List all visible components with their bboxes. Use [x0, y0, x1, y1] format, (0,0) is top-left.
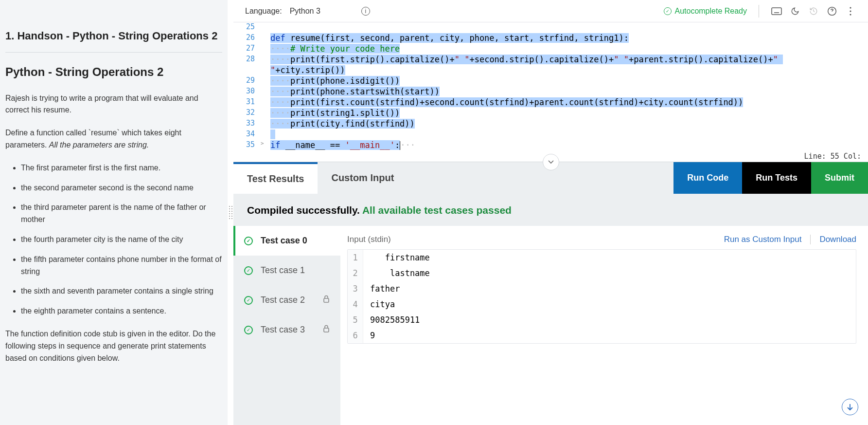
param-item: the fourth parameter city is the name of…: [21, 234, 222, 246]
code-line[interactable]: 34: [233, 129, 868, 140]
param-item: the third parameter parent is the name o…: [21, 202, 222, 226]
check-icon: ✓: [244, 237, 253, 245]
param-item: the fifth parameter contains phone numbe…: [21, 254, 222, 278]
stdin-line: 59082585911: [348, 312, 856, 328]
io-panel[interactable]: Input (stdin) Run as Custom Input Downlo…: [340, 226, 868, 425]
compile-status: Compiled successfully. All available tes…: [233, 194, 868, 226]
collapse-console-button[interactable]: [543, 154, 559, 170]
intro-1: Rajesh is trying to write a program that…: [5, 92, 222, 117]
results-bar: Test Results Custom Input Run Code Run T…: [233, 162, 868, 194]
outro: The function definition code stub is giv…: [5, 328, 222, 364]
code-line[interactable]: 26def resume(first, second, parent, city…: [233, 33, 868, 44]
param-item: the second parameter second is the secon…: [21, 182, 222, 194]
param-item: the eighth parameter contains a sentence…: [21, 305, 222, 317]
theme-icon[interactable]: [789, 5, 801, 17]
svg-rect-19: [324, 298, 329, 302]
code-line[interactable]: 27····# Write your code here: [233, 44, 868, 55]
intro-2: Define a function called `resume` which …: [5, 127, 222, 151]
svg-rect-0: [772, 8, 781, 15]
lock-icon: [323, 295, 330, 305]
download-link[interactable]: Download: [810, 235, 856, 244]
stdin-line: 4citya: [348, 296, 856, 312]
stdin-line: 2 lastname: [348, 265, 856, 281]
language-label: Language:: [245, 7, 282, 16]
lock-icon: [323, 325, 330, 335]
resize-handle[interactable]: [228, 0, 233, 425]
testcase-item[interactable]: ✓Test case 2: [233, 285, 340, 315]
code-line[interactable]: 28····print(first.strip().capitalize()+"…: [233, 55, 868, 65]
tab-custom-input[interactable]: Custom Input: [318, 162, 407, 194]
check-icon: ✓: [664, 7, 672, 15]
code-line[interactable]: 29····print(phone.isdigit()): [233, 76, 868, 87]
help-icon[interactable]: [826, 5, 838, 17]
run-code-button[interactable]: Run Code: [673, 162, 742, 194]
check-icon: ✓: [244, 266, 253, 275]
problem-panel[interactable]: 1. Handson - Python - String Operations …: [0, 0, 228, 425]
question-subtitle: Python - String Operations 2: [5, 65, 222, 79]
param-item: the sixth and seventh parameter contains…: [21, 285, 222, 297]
run-as-custom-input-link[interactable]: Run as Custom Input: [724, 235, 802, 244]
stdin-line: 69: [348, 328, 856, 343]
svg-line-13: [814, 11, 815, 12]
svg-point-16: [850, 7, 851, 8]
code-line-wrap[interactable]: "+city.strip()): [233, 65, 868, 76]
tab-test-results[interactable]: Test Results: [233, 162, 318, 194]
code-line[interactable]: 33····print(city.find(strfind)): [233, 119, 868, 129]
code-line[interactable]: 30····print(phone.startswith(start)): [233, 87, 868, 97]
language-select[interactable]: Python 3: [290, 7, 320, 16]
stdin-box: 1 firstname2 lastname3father4citya590825…: [347, 249, 856, 344]
svg-point-17: [850, 10, 851, 12]
testcase-label: Test case 2: [261, 295, 305, 305]
scroll-down-button[interactable]: [842, 399, 858, 415]
testcase-label: Test case 3: [261, 325, 305, 335]
autocomplete-status[interactable]: ✓ Autocomplete Ready: [664, 7, 747, 16]
testcase-item[interactable]: ✓Test case 1: [233, 256, 340, 285]
code-line[interactable]: 31····print(first.count(strfind)+second.…: [233, 97, 868, 108]
results-area: ✓Test case 0✓Test case 1✓Test case 2✓Tes…: [233, 226, 868, 425]
testcase-item[interactable]: ✓Test case 0: [233, 226, 340, 256]
code-line[interactable]: 32····print(string1.split()): [233, 108, 868, 119]
testcase-label: Test case 1: [261, 265, 305, 276]
stdin-line: 1 firstname: [348, 250, 856, 265]
check-icon: ✓: [244, 326, 253, 334]
editor-topbar: Language: Python 3 i ✓ Autocomplete Read…: [233, 0, 868, 22]
param-list: The first parameter first is the first n…: [5, 162, 222, 317]
question-title: 1. Handson - Python - String Operations …: [5, 29, 222, 43]
stdin-line: 3father: [348, 281, 856, 296]
divider: [5, 52, 222, 53]
info-icon[interactable]: i: [361, 7, 370, 16]
code-line[interactable]: 35>if __name__ == '__main__':···: [233, 140, 868, 151]
svg-point-18: [850, 14, 851, 15]
testcase-item[interactable]: ✓Test case 3: [233, 315, 340, 345]
keyboard-icon[interactable]: [771, 5, 782, 17]
testcase-label: Test case 0: [261, 236, 307, 246]
submit-button[interactable]: Submit: [811, 162, 868, 194]
stdin-label: Input (stdin): [347, 235, 391, 244]
check-icon: ✓: [244, 296, 253, 305]
history-icon[interactable]: [808, 5, 819, 17]
run-tests-button[interactable]: Run Tests: [742, 162, 811, 194]
code-line[interactable]: 25: [233, 22, 868, 33]
testcase-list[interactable]: ✓Test case 0✓Test case 1✓Test case 2✓Tes…: [233, 226, 340, 425]
svg-rect-20: [324, 328, 329, 332]
param-item: The first parameter first is the first n…: [21, 162, 222, 174]
ide-panel: Language: Python 3 i ✓ Autocomplete Read…: [233, 0, 868, 425]
code-editor[interactable]: 2526def resume(first, second, parent, ci…: [233, 22, 868, 151]
divider: [759, 5, 759, 18]
more-icon[interactable]: [845, 5, 856, 17]
